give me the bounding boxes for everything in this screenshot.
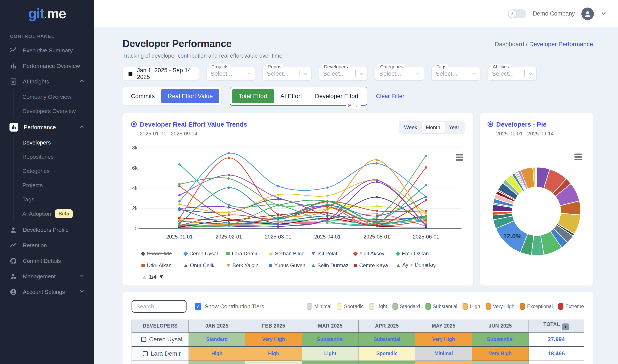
legend-item-ceren-uysal[interactable]: Ceren Uysal (184, 251, 226, 257)
tier-cell[interactable]: Very High (472, 347, 529, 361)
sidebar-subitem-developers[interactable]: Developers (22, 135, 94, 150)
legend-item-utku-alkan[interactable]: Utku Alkan (142, 262, 184, 269)
tier-cell[interactable]: Light (245, 361, 302, 364)
chart-radio-icon[interactable] (488, 121, 493, 127)
sidebar-item-commit-details[interactable]: Commit Details (0, 253, 94, 269)
sidebar-subitem-categories[interactable]: Categories (22, 164, 94, 178)
legend-item-yi-it-aksoy[interactable]: Yiğit Aksoy (354, 251, 396, 257)
sidebar-item-management[interactable]: Management (0, 269, 94, 284)
breadcrumb-root[interactable]: Dashboard / (495, 41, 528, 47)
legend-item-show-hide[interactable]: Show/Hide (142, 251, 184, 257)
sidebar-item-performance-overview[interactable]: Performance Overview (0, 58, 94, 74)
app-logo[interactable]: git.me (0, 0, 94, 24)
filter-selects: ProjectsSelect...ReposSelect...Developer… (206, 67, 537, 81)
logo-primary: git (28, 6, 44, 22)
tier-name: Standard (400, 304, 420, 310)
sidebar-item-performance[interactable]: Performance (0, 119, 94, 135)
tier-cell[interactable]: Standard (189, 332, 245, 347)
legend-item-emir-zkan[interactable]: Emir Özkan (396, 251, 439, 257)
column-header-total[interactable]: TOTAL▼ (529, 320, 584, 332)
tier-cell[interactable]: Light (302, 347, 359, 361)
sidebar-subitem-projects[interactable]: Projects (22, 178, 94, 192)
chart-menu-icon[interactable] (456, 154, 463, 161)
filter-select-abilities[interactable]: AbilitiesSelect... (488, 67, 537, 81)
legend-marker-icon (141, 251, 145, 256)
chart-radio-icon[interactable] (131, 121, 137, 127)
legend-item-aylin-demirta[interactable]: Aylin Demirtaş·· (396, 262, 439, 269)
legend-item-berk-yal-n[interactable]: Berk Yalçın (226, 262, 269, 269)
sidebar-subitem-label: Categories (22, 168, 50, 174)
tier-cell[interactable]: Very High (245, 332, 302, 347)
tier-cell[interactable]: High (189, 347, 245, 361)
tier-swatch (463, 303, 468, 310)
tier-cell[interactable]: Substantial (302, 361, 359, 364)
tab-real-effort-value[interactable]: Real Effort Value (161, 89, 219, 103)
date-range-picker[interactable]: Jan 1, 2025 - Sep 14, 2025 (122, 67, 199, 80)
tier-cell[interactable]: High (415, 361, 472, 364)
content: Developer Performance Tracking of develo… (94, 27, 618, 364)
tier-cell[interactable]: Standard (189, 361, 245, 364)
pie-chart-title[interactable]: Developers - Pie (496, 121, 554, 128)
sidebar-item-account-settings[interactable]: Account Settings (0, 284, 94, 300)
filter-select-repos[interactable]: ReposSelect... (262, 67, 312, 81)
tier-cell[interactable]: High (245, 347, 302, 361)
sidebar-subitem-ai-adoption[interactable]: AI AdoptionBeta (22, 207, 94, 221)
sidebar-subitem-tags[interactable]: Tags (22, 192, 94, 207)
tier-cell[interactable]: Very High (415, 332, 472, 347)
theme-toggle[interactable]: ☀ (508, 9, 526, 18)
legend-item-serhan-bilge[interactable]: Serhan Bilge (269, 251, 311, 257)
tier-legend-item-high: High (463, 303, 480, 310)
sidebar-item-developers-profile[interactable]: Developers Profile (0, 222, 94, 238)
chart-menu-icon[interactable] (574, 154, 582, 160)
legend-item-cemre-kaya[interactable]: Cemre Kaya (354, 262, 396, 269)
row-checkbox[interactable] (143, 351, 148, 356)
sidebar-submenu: DevelopersRepositoriesCategoriesProjects… (13, 135, 94, 221)
tab-developer-effort[interactable]: Developer Effort (309, 93, 365, 100)
tier-cell[interactable]: Sporadic (359, 347, 415, 361)
filter-select-tags[interactable]: TagsSelect... (431, 67, 480, 81)
range-tab-year[interactable]: Year (445, 122, 464, 133)
clear-filter-link[interactable]: Clear Filter (376, 93, 404, 100)
tier-cell[interactable]: Substantial (359, 332, 415, 347)
filter-select-categories[interactable]: CategoriesSelect... (375, 67, 424, 81)
chevron-down-icon (412, 71, 424, 76)
legend-item-selin-durmaz[interactable]: Selin Durmaz (311, 262, 354, 269)
tier-cell[interactable]: Substantial (359, 361, 415, 364)
tier-cell[interactable]: Standard (472, 361, 529, 364)
legend-page-down-icon[interactable]: ▼ (158, 273, 164, 280)
show-tiers-checkbox[interactable]: ✓ Show Contribution Tiers (195, 303, 264, 310)
tier-cell[interactable]: Substantial (472, 332, 529, 347)
tier-name: Extreme (565, 304, 584, 310)
line-chart-title[interactable]: Developer Real Effort Value Trends (140, 121, 247, 128)
range-tab-month[interactable]: Month (422, 122, 445, 133)
avatar[interactable] (581, 8, 594, 20)
tier-swatch (520, 303, 525, 310)
sidebar-subitem-repositories[interactable]: Repositories (22, 150, 94, 164)
tier-cell[interactable]: Substantial (302, 332, 359, 347)
sidebar-item-ai-insights[interactable]: AI Insights (0, 74, 94, 89)
sidebar-subitem-company-overview[interactable]: Company Overview (22, 90, 94, 104)
legend-page-up-icon[interactable]: ▲ (142, 273, 147, 280)
sidebar-section-label: CONTROL PANEL (0, 24, 94, 40)
legend-item-onur-elik[interactable]: Onur Çelik (184, 262, 226, 269)
tier-cell[interactable]: Minimal (415, 347, 472, 361)
user-menu-chevron-icon[interactable] (600, 10, 607, 17)
tier-swatch (337, 303, 342, 310)
sort-desc-icon[interactable]: ▼ (562, 324, 569, 330)
svg-text:0: 0 (135, 226, 138, 231)
row-checkbox[interactable] (141, 337, 146, 342)
legend-item-i-l-polat[interactable]: Işıl Polat (311, 251, 354, 257)
range-tab-week[interactable]: Week (400, 122, 422, 133)
filter-select-projects[interactable]: ProjectsSelect... (206, 67, 255, 81)
legend-item-lara-demir[interactable]: Lara Demir (226, 251, 269, 257)
legend-item-yunus-g-ven[interactable]: Yunus Güven (269, 262, 311, 269)
tab-commits[interactable]: Commits (124, 93, 161, 100)
search-input[interactable] (131, 300, 187, 313)
tab-ai-effort[interactable]: AI Effort (274, 93, 309, 100)
line-chart: 02k4k6k8k2025-01-012025-02-012025-03-012… (131, 142, 464, 245)
sidebar-item-executive-summary[interactable]: Executive Summary (0, 43, 94, 58)
filter-select-developers[interactable]: DevelopersSelect... (319, 67, 368, 81)
sidebar-item-retention[interactable]: Retention (0, 238, 94, 253)
sidebar-subitem-developers-overview[interactable]: Developers Overview (22, 104, 94, 118)
tab-total-effort[interactable]: Total Effort (232, 89, 274, 103)
